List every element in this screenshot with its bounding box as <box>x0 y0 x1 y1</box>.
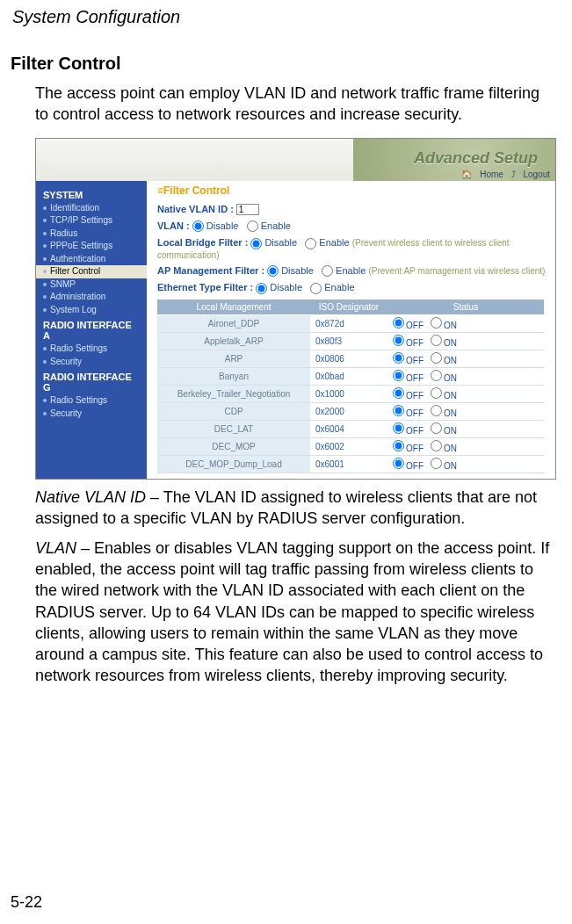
status-on-radio[interactable] <box>431 335 442 346</box>
topbar: Advanced Setup 🏠 Home ⤴ Logout <box>36 139 555 181</box>
term-vlan: VLAN <box>35 539 76 557</box>
sidebar-group-radio-g: RADIO INTERFACE G <box>36 368 147 394</box>
status-off-radio[interactable] <box>393 317 404 328</box>
proto-iso: 0x6004 <box>310 420 387 437</box>
sidebar-item-radio-a-settings[interactable]: Radio Settings <box>36 343 147 356</box>
local-bridge-disable-radio[interactable] <box>250 238 262 249</box>
term-native-vlan: Native VLAN ID <box>35 488 146 506</box>
section-title: Filter Control <box>11 54 556 74</box>
sidebar: SYSTEM Identification TCP/IP Settings Ra… <box>36 181 147 479</box>
sidebar-item-filter-control[interactable]: Filter Control <box>36 265 147 278</box>
logout-link[interactable]: ⤴ Logout <box>511 170 550 179</box>
table-row: Aironet_DDP0x872dOFFON <box>157 314 544 332</box>
ap-mgmt-row: AP Management Filter : Disable Enable (P… <box>157 265 548 278</box>
vlan-label: VLAN : <box>157 220 190 231</box>
content-pane: Filter Control Native VLAN ID : VLAN : D… <box>147 181 555 479</box>
proto-name: CDP <box>157 402 310 420</box>
table-row: CDP0x2000OFFON <box>157 402 544 420</box>
proto-iso: 0x6001 <box>310 455 387 473</box>
th-iso: ISO Designator <box>310 300 387 315</box>
proto-iso: 0x1000 <box>310 385 387 402</box>
eth-type-enable-radio[interactable] <box>310 283 322 294</box>
definition-native-vlan: Native VLAN ID – The VLAN ID assigned to… <box>35 487 556 529</box>
chapter-title: System Configuration <box>12 7 556 27</box>
sidebar-item-radius[interactable]: Radius <box>36 227 147 241</box>
proto-name: ARP <box>157 350 310 367</box>
table-row: DEC_LAT0x6004OFFON <box>157 420 544 437</box>
page-number: 5-22 <box>11 893 42 912</box>
eth-type-disable-radio[interactable] <box>256 283 267 294</box>
sidebar-item-tcpip[interactable]: TCP/IP Settings <box>36 214 147 227</box>
table-row: Appletalk_ARP0x80f3OFFON <box>157 332 544 350</box>
proto-iso: 0x6002 <box>310 437 387 455</box>
status-on-radio[interactable] <box>431 387 442 399</box>
eth-type-label: Ethernet Type Filter : <box>157 282 253 292</box>
proto-name: DEC_MOP <box>157 437 310 455</box>
status-on-radio[interactable] <box>431 422 442 434</box>
status-off-radio[interactable] <box>393 387 404 399</box>
table-row: ARP0x0806OFFON <box>157 350 544 367</box>
status-off-radio[interactable] <box>393 440 404 451</box>
status-on-radio[interactable] <box>431 405 442 416</box>
local-bridge-enable-radio[interactable] <box>305 238 316 249</box>
proto-iso: 0x2000 <box>310 402 387 420</box>
sidebar-item-identification[interactable]: Identification <box>36 202 147 215</box>
proto-iso: 0x0806 <box>310 350 387 367</box>
status-on-radio[interactable] <box>431 440 442 451</box>
native-vlan-label: Native VLAN ID : <box>157 204 234 214</box>
proto-name: Appletalk_ARP <box>157 332 310 350</box>
sidebar-group-system: SYSTEM <box>36 186 147 202</box>
ap-mgmt-disable-radio[interactable] <box>267 265 279 277</box>
proto-name: Banyan <box>157 367 310 385</box>
sidebar-group-radio-a: RADIO INTERFACE A <box>36 316 147 343</box>
sidebar-item-pppoe[interactable]: PPPoE Settings <box>36 240 147 253</box>
proto-name: Berkeley_Trailer_Negotiation <box>157 385 310 402</box>
status-on-radio[interactable] <box>431 317 442 328</box>
home-link[interactable]: 🏠 Home <box>461 170 503 179</box>
proto-iso: 0x872d <box>310 314 387 332</box>
ap-mgmt-label: AP Management Filter : <box>157 265 264 276</box>
table-row: Berkeley_Trailer_Negotiation0x1000OFFON <box>157 385 544 402</box>
table-row: Banyan0x0badOFFON <box>157 367 544 385</box>
status-on-radio[interactable] <box>431 370 442 381</box>
status-on-radio[interactable] <box>431 458 442 469</box>
proto-iso: 0x80f3 <box>310 332 387 350</box>
native-vlan-input[interactable] <box>236 204 259 215</box>
th-status: Status <box>387 300 544 315</box>
config-screenshot: Advanced Setup 🏠 Home ⤴ Logout SYSTEM Id… <box>35 138 556 480</box>
eth-type-row: Ethernet Type Filter : Disable Enable <box>157 282 548 294</box>
definition-vlan: VLAN – Enables or disables VLAN tagging … <box>35 538 556 686</box>
native-vlan-row: Native VLAN ID : <box>157 204 548 215</box>
local-bridge-label: Local Bridge Filter : <box>157 237 248 248</box>
panel-title: Filter Control <box>157 184 548 197</box>
sidebar-item-auth[interactable]: Authentication <box>36 253 147 266</box>
sidebar-item-admin[interactable]: Administration <box>36 291 147 304</box>
status-off-radio[interactable] <box>393 422 404 434</box>
sidebar-item-radio-a-security[interactable]: Security <box>36 356 147 369</box>
ap-mgmt-hint: (Prevent AP mamagement via wireless clie… <box>368 266 545 276</box>
sidebar-item-radio-g-security[interactable]: Security <box>36 408 147 421</box>
intro-paragraph: The access point can employ VLAN ID and … <box>35 83 556 126</box>
status-off-radio[interactable] <box>393 405 404 416</box>
th-local-mgmt: Local Management <box>157 300 310 315</box>
proto-iso: 0x0bad <box>310 367 387 385</box>
vlan-enable-radio[interactable] <box>247 220 258 232</box>
status-on-radio[interactable] <box>431 352 442 364</box>
proto-name: DEC_LAT <box>157 420 310 437</box>
vlan-disable-radio[interactable] <box>192 220 204 232</box>
proto-name: Aironet_DDP <box>157 314 310 332</box>
ap-mgmt-enable-radio[interactable] <box>322 265 333 277</box>
sidebar-item-radio-g-settings[interactable]: Radio Settings <box>36 394 147 408</box>
status-off-radio[interactable] <box>393 335 404 346</box>
protocol-table: Local Management ISO Designator Status A… <box>157 300 544 473</box>
status-off-radio[interactable] <box>393 352 404 364</box>
status-off-radio[interactable] <box>393 458 404 469</box>
status-off-radio[interactable] <box>393 370 404 381</box>
proto-name: DEC_MOP_Dump_Load <box>157 455 310 473</box>
sidebar-item-snmp[interactable]: SNMP <box>36 278 147 292</box>
advanced-setup-label: Advanced Setup <box>414 149 538 168</box>
table-row: DEC_MOP_Dump_Load0x6001OFFON <box>157 455 544 473</box>
vlan-row: VLAN : Disable Enable <box>157 220 548 233</box>
sidebar-item-syslog[interactable]: System Log <box>36 304 147 317</box>
local-bridge-row: Local Bridge Filter : Disable Enable (Pr… <box>157 237 548 260</box>
